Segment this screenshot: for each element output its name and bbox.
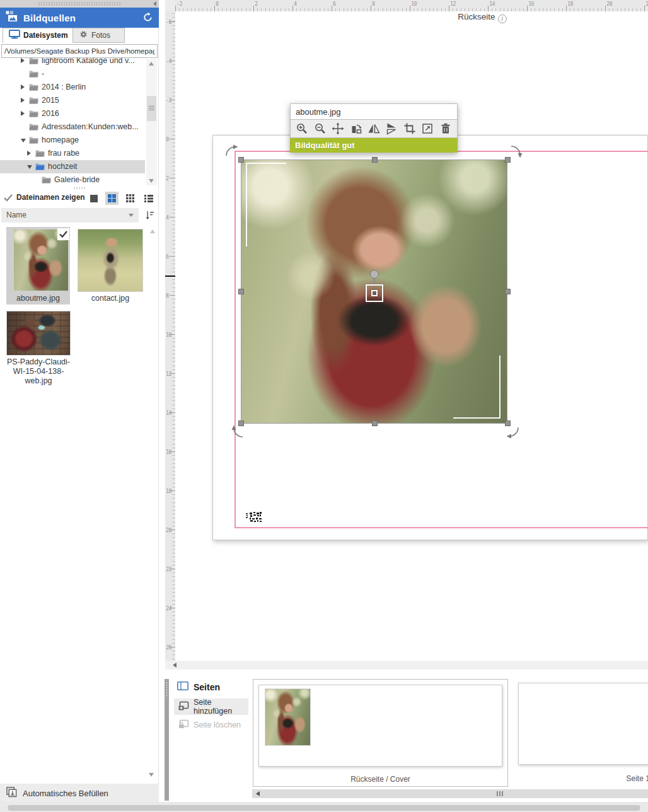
autofill-icon	[6, 787, 17, 800]
collapse-left-icon[interactable]	[153, 1, 156, 6]
pages-scrollbar[interactable]	[252, 789, 648, 798]
info-icon[interactable]: i	[498, 14, 507, 23]
tree-item-homepage[interactable]: homepage	[0, 134, 145, 147]
view-list-button[interactable]	[142, 192, 155, 205]
view-grid3-button[interactable]	[124, 192, 137, 205]
scroll-left-icon[interactable]	[173, 663, 176, 668]
zoom-out-icon[interactable]	[314, 122, 327, 135]
tab-fotos[interactable]: Fotos	[73, 28, 125, 43]
resize-handle-s[interactable]	[372, 420, 378, 426]
ruler-label: 20	[166, 527, 171, 533]
tree-item-label: -	[42, 69, 44, 78]
resize-handle-nw[interactable]	[238, 157, 244, 163]
ruler-label: -2	[166, 97, 171, 103]
resize-handle-w[interactable]	[238, 289, 244, 294]
resize-handle-ne[interactable]	[505, 157, 511, 163]
panel-top-grip[interactable]	[0, 0, 159, 8]
thumbnail-contact[interactable]: contact.jpg	[76, 227, 145, 304]
delete-page-button[interactable]: Seite löschen	[174, 717, 248, 733]
crop-icon[interactable]	[403, 122, 416, 135]
ruler-corner	[165, 0, 175, 11]
delete-icon[interactable]	[439, 122, 452, 135]
photo-toolbar-popup: aboutme.jpg Bildqualität gut	[290, 103, 458, 153]
tree-expand-arrow[interactable]	[21, 84, 25, 90]
resize-icon[interactable]	[421, 122, 434, 135]
tree-expand-arrow[interactable]	[27, 151, 31, 156]
page-thumb-cover[interactable]: Rückseite / Cover	[253, 679, 508, 787]
page-thumb-sheet[interactable]	[518, 683, 648, 765]
tree-expand-arrow[interactable]	[21, 139, 26, 142]
tab-dateisystem[interactable]: Dateisystem	[3, 28, 73, 43]
ruler-label: 22	[166, 566, 171, 572]
tree-item-2016[interactable]: 2016	[0, 107, 145, 120]
scroll-up-icon[interactable]	[149, 62, 154, 66]
thumbnail-image[interactable]	[78, 229, 143, 292]
rotate-handle-bottom-right[interactable]	[505, 424, 521, 441]
checkbox-checked-icon[interactable]	[4, 193, 13, 204]
thumbs-scroll-up-icon[interactable]	[150, 229, 155, 233]
status-progress-track	[8, 805, 640, 811]
view-grid2-button[interactable]	[105, 192, 119, 205]
add-page-label: Seite hinzufügen	[194, 698, 248, 716]
resize-handle-sw[interactable]	[238, 420, 244, 426]
autofill-button[interactable]: Automatisches Befüllen	[0, 784, 159, 803]
zoom-in-icon[interactable]	[296, 122, 308, 135]
center-move-handle[interactable]	[366, 284, 383, 302]
rotation-pivot-knob[interactable]	[370, 270, 379, 279]
tree-item-hochzeit[interactable]: hochzeit	[0, 160, 145, 173]
show-filenames-label[interactable]: Dateinamen zeigen	[16, 193, 85, 202]
tree-item-label: 2016	[42, 109, 59, 118]
tree-item-adressdaten-kunden-web[interactable]: Adressdaten:Kunden:web...	[0, 120, 145, 134]
tree-splitter-grip[interactable]	[73, 187, 86, 189]
ruler-label: 16	[528, 1, 534, 7]
scroll-left-icon[interactable]	[256, 791, 260, 796]
crop-corner-mark-top-left	[246, 163, 286, 246]
path-input[interactable]	[1, 44, 158, 58]
scrollbar-grip[interactable]	[497, 791, 504, 796]
move-icon[interactable]	[332, 122, 344, 135]
tree-item-[interactable]: -	[0, 67, 145, 81]
thumbs-scroll-down-icon[interactable]	[149, 773, 154, 777]
flip-vertical-icon[interactable]	[385, 122, 398, 135]
thumbnail-aboutme[interactable]: aboutme.jpg	[6, 227, 70, 304]
folder-icon	[35, 149, 45, 157]
pages-panel-splitter[interactable]	[165, 679, 169, 801]
folder-icon	[42, 176, 51, 183]
sort-by-dropdown[interactable]: Name	[1, 208, 139, 223]
tree-item-label: frau rabe	[48, 149, 79, 158]
tree-expand-arrow[interactable]	[21, 111, 25, 116]
resize-handle-n[interactable]	[372, 157, 378, 163]
tree-item-lightroom-kataloge-und-v[interactable]: lightroom Kataloge und v...	[0, 58, 145, 67]
tree-item-2014-berlin[interactable]: 2014 : Berlin	[0, 81, 145, 94]
tree-expand-arrow[interactable]	[21, 58, 25, 63]
rotate-icon[interactable]	[350, 122, 362, 135]
tree-expand-arrow[interactable]	[21, 98, 25, 103]
view-large-button[interactable]	[87, 192, 100, 205]
resize-handle-se[interactable]	[505, 420, 511, 426]
page-thumb-sheet[interactable]	[258, 685, 502, 767]
resize-handle-e[interactable]	[505, 289, 511, 294]
flip-horizontal-icon[interactable]	[367, 122, 380, 135]
tree-expand-arrow[interactable]	[27, 165, 32, 169]
photo-frame-selected[interactable]	[241, 160, 507, 424]
crop-corner-mark-bottom-right	[453, 356, 500, 419]
sort-direction-button[interactable]	[142, 208, 156, 223]
thumbnail-image[interactable]	[6, 311, 71, 356]
cursor-position-marker	[165, 276, 175, 277]
ruler-label: 12	[450, 1, 456, 7]
tree-item-galerie-bride[interactable]: Galerie-bride	[0, 173, 145, 187]
add-page-button[interactable]: Seite hinzufügen	[174, 699, 248, 715]
canvas-horizontal-scrollbar[interactable]	[165, 661, 648, 670]
tree-item-frau-rabe[interactable]: frau rabe	[0, 147, 145, 160]
selected-check-icon[interactable]	[57, 228, 69, 240]
center-move-handle-inner	[371, 290, 378, 296]
tree-scrollbar-thumb[interactable]	[147, 96, 156, 121]
tree-scrollbar[interactable]	[146, 59, 157, 185]
thumbnail-ps-paddy[interactable]: PS-Paddy-Claudi-WI-15-04-138-web.jpg	[6, 309, 71, 388]
ruler-label: 6	[333, 1, 336, 7]
refresh-icon[interactable]	[142, 12, 154, 23]
rotate-handle-top-left[interactable]	[223, 142, 240, 159]
tree-item-2015[interactable]: 2015	[0, 94, 145, 107]
monitor-icon	[9, 30, 20, 41]
scroll-down-icon[interactable]	[149, 179, 154, 183]
